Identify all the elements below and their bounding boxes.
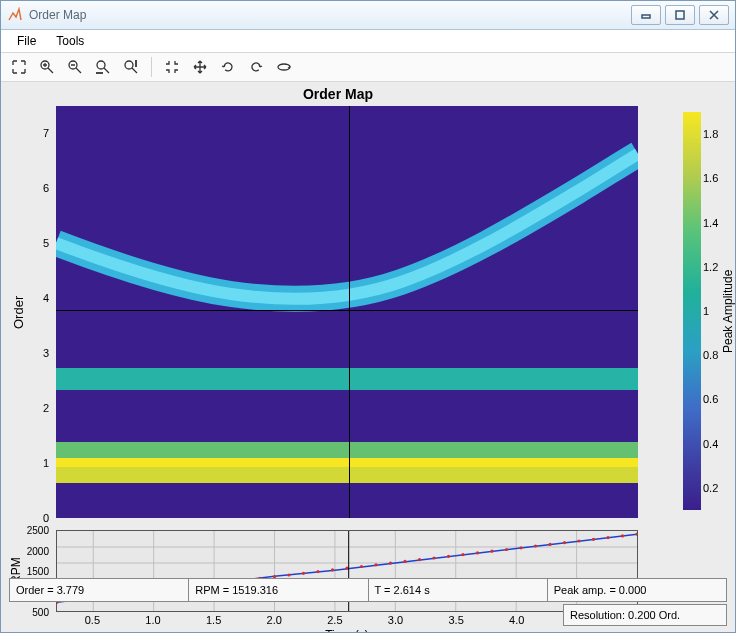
status-order: Order = 3.779 (10, 579, 189, 601)
toolbar (1, 53, 735, 82)
order-axis-label: Order (11, 106, 26, 518)
svg-point-59 (621, 534, 624, 537)
svg-point-38 (316, 570, 319, 573)
matlab-icon (7, 7, 23, 23)
zoom-x-icon[interactable] (91, 55, 115, 79)
minimize-button[interactable] (631, 5, 661, 25)
expand-axes-icon[interactable] (7, 55, 31, 79)
svg-point-45 (418, 558, 421, 561)
rotate-cw-icon[interactable] (244, 55, 268, 79)
menu-file[interactable]: File (7, 31, 46, 51)
toolbar-separator (151, 57, 152, 77)
figure-area: Order Map Order 01234567 0.20.40.60.811.… (1, 82, 735, 632)
close-button[interactable] (699, 5, 729, 25)
svg-point-43 (389, 562, 392, 565)
title-bar[interactable]: Order Map (1, 1, 735, 30)
svg-point-6 (278, 64, 290, 70)
svg-rect-0 (642, 15, 650, 18)
svg-point-49 (476, 551, 479, 554)
svg-point-36 (287, 573, 290, 576)
maximize-button[interactable] (665, 5, 695, 25)
status-rpm: RPM = 1519.316 (189, 579, 368, 601)
zoom-out-icon[interactable] (63, 55, 87, 79)
svg-point-60 (635, 533, 637, 536)
svg-point-42 (374, 563, 377, 566)
svg-point-52 (519, 546, 522, 549)
collapse-axes-icon[interactable] (160, 55, 184, 79)
svg-point-50 (490, 550, 493, 553)
menu-tools[interactable]: Tools (46, 31, 94, 51)
crosshair-vertical[interactable] (349, 106, 350, 518)
svg-point-4 (97, 61, 105, 69)
status-bar: Order = 3.779 RPM = 1519.316 T = 2.614 s… (9, 578, 727, 602)
svg-point-37 (302, 572, 305, 575)
svg-point-48 (461, 553, 464, 556)
figure-title: Order Map (1, 86, 675, 102)
colorbar-label: Peak Amplitude (721, 112, 735, 510)
svg-point-54 (548, 543, 551, 546)
window-controls (631, 5, 729, 25)
svg-point-55 (563, 541, 566, 544)
zoom-in-icon[interactable] (35, 55, 59, 79)
svg-point-53 (534, 545, 537, 548)
rotate-ccw-icon[interactable] (216, 55, 240, 79)
colorbar-ticks: 0.20.40.60.811.21.41.61.8 (701, 112, 721, 510)
status-time: T = 2.614 s (369, 579, 548, 601)
svg-point-5 (125, 61, 133, 69)
colorbar[interactable] (683, 112, 701, 510)
svg-point-51 (505, 548, 508, 551)
svg-point-39 (331, 568, 334, 571)
svg-point-57 (592, 538, 595, 541)
status-peak: Peak amp. = 0.000 (548, 579, 726, 601)
resolution-row: Resolution: 0.200 Ord. (1, 604, 735, 630)
svg-point-46 (432, 556, 435, 559)
svg-point-44 (403, 560, 406, 563)
svg-point-40 (345, 567, 348, 570)
pan-icon[interactable] (188, 55, 212, 79)
svg-point-47 (447, 555, 450, 558)
order-map-plot[interactable] (56, 106, 638, 518)
crosshair-horizontal[interactable] (56, 310, 638, 311)
menu-bar: File Tools (1, 30, 735, 53)
status-resolution: Resolution: 0.200 Ord. (563, 604, 727, 626)
zoom-y-icon[interactable] (119, 55, 143, 79)
window-title: Order Map (29, 8, 86, 22)
order-axis-ticks: 01234567 (31, 106, 53, 518)
sweep-curve (56, 106, 638, 518)
svg-point-56 (577, 539, 580, 542)
svg-rect-1 (676, 11, 684, 19)
app-window: Order Map File Tools Order Map Order 012… (0, 0, 736, 633)
svg-point-58 (606, 536, 609, 539)
rotate-3d-icon[interactable] (272, 55, 296, 79)
svg-point-41 (360, 565, 363, 568)
